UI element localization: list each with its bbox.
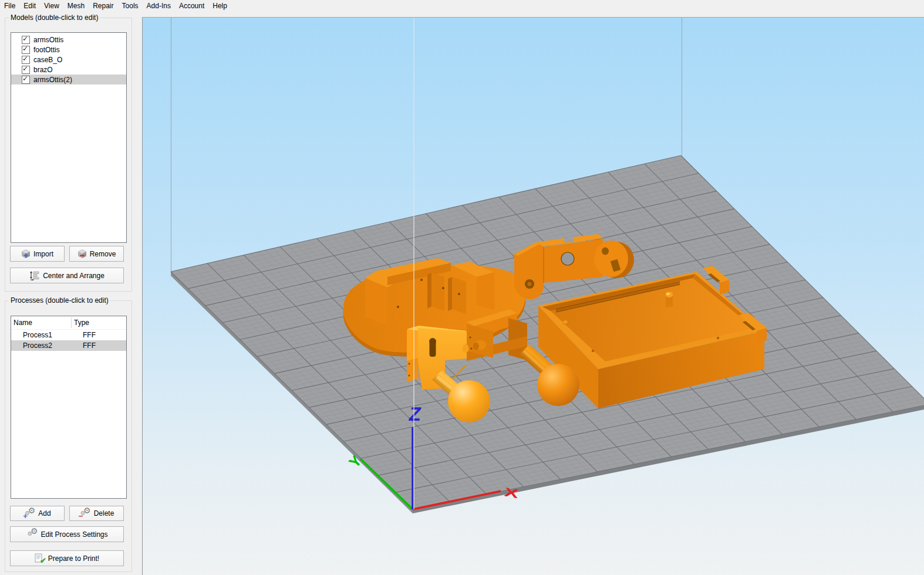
print-checklist-icon: ✔	[35, 553, 45, 563]
import-cube-icon	[21, 249, 31, 259]
gears-icon: ⚙⚙	[26, 529, 38, 539]
menu-view[interactable]: View	[40, 0, 63, 12]
remove-button-label: Remove	[90, 250, 116, 258]
delete-button-label: Delete	[94, 509, 114, 518]
column-header-name: Name	[11, 319, 71, 327]
models-groupbox-title: Models (double-click to edit)	[9, 13, 100, 22]
process-type: FFF	[80, 331, 126, 339]
model-list-item[interactable]: ✓armsOttis(2)	[11, 75, 126, 84]
menu-account[interactable]: Account	[175, 0, 208, 12]
remove-button[interactable]: Remove	[69, 246, 124, 262]
check-icon: ✓	[22, 35, 28, 43]
center-arrange-button-label: Center and Arrange	[43, 272, 104, 280]
add-process-button[interactable]: ⚙⚙+ Add	[10, 506, 65, 521]
left-panel: Models (double-click to edit) ✓armsOttis…	[0, 0, 142, 575]
import-button[interactable]: Import	[10, 246, 65, 262]
menu-addins[interactable]: Add-Ins	[143, 0, 175, 12]
prepare-to-print-button[interactable]: ✔ Prepare to Print!	[10, 550, 124, 566]
model-label: caseB_O	[33, 56, 62, 64]
model-list-item[interactable]: ✓armsOttis	[11, 35, 126, 45]
model-checkbox[interactable]: ✓	[22, 46, 30, 54]
menu-mesh[interactable]: Mesh	[63, 0, 89, 12]
model-label: brazO	[33, 66, 53, 74]
ball-joint-sphere	[537, 364, 579, 406]
center-arrange-icon	[29, 271, 40, 280]
model-list-item[interactable]: ✓brazO	[11, 65, 126, 75]
menu-repair[interactable]: Repair	[89, 0, 117, 12]
menu-tools[interactable]: Tools	[118, 0, 143, 12]
process-row[interactable]: Process2FFF	[11, 340, 126, 351]
process-row[interactable]: Process1FFF	[11, 330, 126, 340]
check-icon: ✓	[22, 55, 28, 63]
check-icon: ✓	[22, 75, 28, 83]
import-button-label: Import	[33, 250, 53, 258]
remove-cube-icon	[77, 249, 87, 259]
models-list[interactable]: ✓armsOttis✓footOttis✓caseB_O✓brazO✓armsO…	[11, 32, 127, 243]
processes-groupbox-title: Processes (double-click to edit)	[9, 296, 110, 305]
menu-file[interactable]: File	[0, 0, 19, 12]
model-label: armsOttis(2)	[33, 76, 72, 84]
process-type: FFF	[80, 341, 126, 350]
menu-bar: FileEditViewMeshRepairToolsAdd-InsAccoun…	[0, 0, 924, 12]
menu-help[interactable]: Help	[208, 0, 231, 12]
check-icon: ✓	[22, 65, 28, 73]
processes-table-header: Name Type	[11, 316, 126, 330]
model-label: armsOttis	[33, 36, 63, 44]
delete-process-button[interactable]: ⚙⚙− Delete	[69, 506, 124, 521]
add-button-label: Add	[38, 509, 50, 518]
column-header-type: Type	[71, 317, 126, 328]
gear-minus-icon: ⚙⚙−	[79, 509, 91, 519]
processes-table-body: Process1FFFProcess2FFF	[11, 330, 126, 351]
edit-process-settings-label: Edit Process Settings	[41, 530, 107, 539]
process-name: Process1	[11, 331, 80, 339]
model-list-item[interactable]: ✓footOttis	[11, 45, 126, 55]
menu-edit[interactable]: Edit	[19, 0, 40, 12]
ball-joint-sphere-selected	[448, 380, 490, 422]
prepare-to-print-label: Prepare to Print!	[48, 554, 99, 563]
edit-process-settings-button[interactable]: ⚙⚙ Edit Process Settings	[10, 526, 124, 542]
x-axis-label: X	[503, 485, 520, 500]
check-icon: ✓	[22, 45, 28, 53]
viewport-3d[interactable]: Y X Z	[142, 17, 924, 575]
center-arrange-button[interactable]: Center and Arrange	[10, 268, 124, 283]
model-checkbox[interactable]: ✓	[22, 36, 30, 44]
model-list-item[interactable]: ✓caseB_O	[11, 55, 126, 65]
model-label: footOttis	[33, 46, 60, 54]
model-checkbox[interactable]: ✓	[22, 76, 30, 84]
model-checkbox[interactable]: ✓	[22, 56, 30, 64]
processes-table[interactable]: Name Type Process1FFFProcess2FFF	[11, 316, 127, 499]
model-checkbox[interactable]: ✓	[22, 66, 30, 74]
gear-plus-icon: ⚙⚙+	[23, 509, 35, 519]
process-name: Process2	[11, 341, 80, 350]
